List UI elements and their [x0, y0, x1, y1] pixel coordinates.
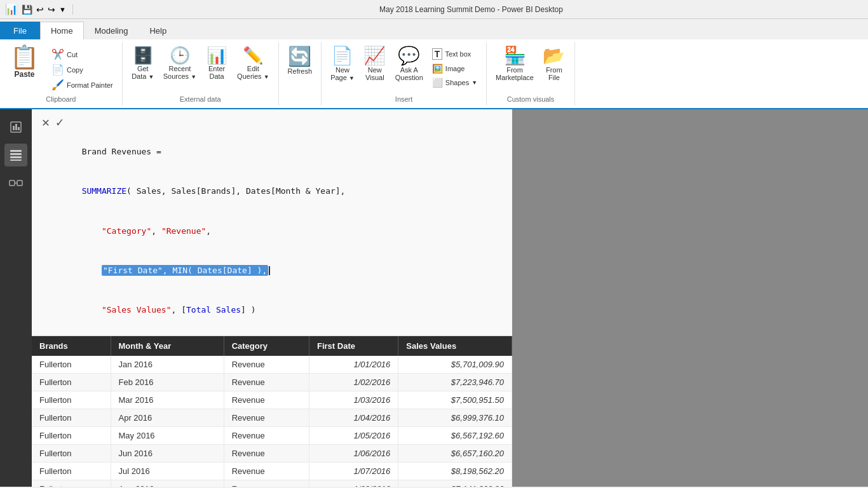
edit-queries-button[interactable]: ✏️ EditQueries ▼ [233, 44, 273, 83]
code-text-salesvalues: "Sales Values" [102, 305, 172, 315]
table-cell: 1/08/2016 [309, 480, 398, 487]
get-data-button[interactable]: 🗄️ GetData ▼ [128, 44, 158, 83]
table-cell: Aug 2016 [111, 480, 224, 487]
table-cell: $6,657,160.20 [398, 444, 512, 462]
formula-cancel-button[interactable]: ✕ [42, 114, 50, 130]
ribbon-group-custom-visuals: 🏪 FromMarketplace 📂 FromFile Custom visu… [487, 42, 575, 105]
enter-data-icon: 📊 [207, 47, 227, 64]
refresh-label: Refresh [288, 67, 313, 75]
tab-file[interactable]: File [0, 22, 40, 39]
from-marketplace-button[interactable]: 🏪 FromMarketplace [492, 44, 538, 84]
shapes-button[interactable]: ⬜ Shapes ▼ [428, 76, 481, 89]
code-line-5: "Sales Values", [Total Sales] ) [42, 291, 502, 330]
undo-icon[interactable]: ↩ [36, 4, 44, 15]
copy-label: Copy [67, 66, 83, 74]
new-page-button[interactable]: 📄 NewPage ▼ [327, 44, 358, 84]
insert-items: 📄 NewPage ▼ 📈 NewVisual 💬 Ask AQuestion … [327, 42, 481, 94]
image-icon: 🖼️ [432, 64, 443, 74]
table-cell: Mar 2016 [111, 391, 224, 409]
svg-rect-2 [15, 124, 17, 130]
refresh-button[interactable]: 🔄 Refresh [284, 44, 316, 78]
table-row: FullertonJun 2016Revenue1/06/2016$6,657,… [32, 444, 512, 462]
data-table: Brands Month & Year Category First Date … [32, 336, 512, 487]
tab-help[interactable]: Help [139, 22, 177, 39]
recent-sources-button[interactable]: 🕒 RecentSources ▼ [159, 44, 200, 83]
svg-rect-1 [13, 126, 15, 130]
ask-question-label: Ask AQuestion [395, 66, 423, 81]
shapes-dropdown-arrow: ▼ [471, 79, 477, 86]
table-cell: Revenue [224, 444, 309, 462]
formula-confirm-button[interactable]: ✓ [56, 114, 64, 130]
table-cell: Fullerton [32, 409, 111, 426]
ask-question-button[interactable]: 💬 Ask AQuestion [391, 44, 427, 84]
new-visual-label: NewVisual [365, 66, 384, 81]
svg-rect-9 [17, 180, 22, 186]
code-line-4: "First Date", MIN( Dates[Date] ), [42, 251, 502, 290]
table-cell: Revenue [224, 462, 309, 480]
tab-modeling[interactable]: Modeling [84, 22, 139, 39]
sidebar-icon-data[interactable] [4, 144, 27, 166]
shapes-label: Shapes [445, 79, 469, 86]
code-line-1: Brand Revenues = [42, 132, 502, 172]
redo-icon[interactable]: ↪ [48, 4, 55, 15]
shapes-icon: ⬜ [432, 78, 443, 88]
content-area: ✕ ✓ Brand Revenues = SUMMARIZE( Sales, S… [32, 109, 512, 487]
format-painter-icon: 🖌️ [51, 79, 64, 91]
table-cell: Fullerton [32, 444, 111, 462]
from-file-button[interactable]: 📂 FromFile [539, 44, 569, 84]
new-visual-button[interactable]: 📈 NewVisual [360, 44, 390, 84]
code-text-revenue: "Revenue" [161, 226, 206, 236]
code-text-brand: Brand Revenues = [82, 147, 161, 156]
table-cell: $7,500,951.50 [398, 391, 512, 409]
table-cell: Feb 2016 [111, 373, 224, 391]
tab-home[interactable]: Home [40, 22, 84, 39]
save-icon[interactable]: 💾 [22, 4, 32, 15]
edit-queries-icon: ✏️ [243, 47, 263, 64]
sidebar-icon-report[interactable] [4, 116, 27, 139]
table-cell: Apr 2016 [111, 409, 224, 426]
copy-icon: 📄 [51, 64, 64, 76]
table-cell: Fullerton [32, 391, 111, 409]
svg-rect-6 [10, 156, 22, 158]
sidebar-icon-relationships[interactable] [4, 172, 27, 194]
svg-rect-8 [10, 180, 15, 186]
clipboard-items: 📋 Paste ✂️ Cut 📄 Copy 🖌️ Format Painter [5, 42, 117, 94]
code-line-2: SUMMARIZE( Sales, Sales[Brands], Dates[M… [42, 172, 502, 211]
table-cell: Fullerton [32, 356, 111, 374]
ribbon-group-insert: 📄 NewPage ▼ 📈 NewVisual 💬 Ask AQuestion … [322, 42, 487, 105]
ribbon-tabs: File Home Modeling Help [0, 19, 868, 39]
enter-data-button[interactable]: 📊 EnterData [201, 44, 232, 83]
table-row: FullertonJan 2016Revenue1/01/2016$5,701,… [32, 356, 512, 374]
image-button[interactable]: 🖼️ Image [428, 62, 481, 75]
table-cell: Jun 2016 [111, 444, 224, 462]
sidebar [0, 109, 32, 487]
paste-icon: 📋 [10, 46, 39, 69]
get-data-icon: 🗄️ [133, 47, 153, 64]
app-icon: 📊 [5, 3, 18, 15]
table-row: FullertonFeb 2016Revenue1/02/2016$7,223,… [32, 373, 512, 391]
customize-icon[interactable]: ▼ [59, 6, 66, 13]
ask-question-icon: 💬 [398, 47, 420, 65]
table-cell: $8,198,562.20 [398, 462, 512, 480]
col-header-brands: Brands [32, 336, 111, 356]
text-box-button[interactable]: T Text box [428, 47, 481, 61]
external-data-items: 🗄️ GetData ▼ 🕒 RecentSources ▼ 📊 EnterDa… [128, 42, 273, 94]
text-box-icon: T [432, 48, 443, 60]
code-line-3: "Category", "Revenue", [42, 212, 502, 251]
edit-queries-label: EditQueries ▼ [237, 65, 269, 80]
copy-button[interactable]: 📄 Copy [48, 62, 117, 77]
col-header-month-year: Month & Year [111, 336, 224, 356]
svg-rect-4 [10, 150, 22, 152]
paste-button[interactable]: 📋 Paste [5, 44, 44, 80]
format-painter-button[interactable]: 🖌️ Format Painter [48, 78, 117, 92]
table-cell: $7,141,308.90 [398, 480, 512, 487]
external-data-group-label: External data [180, 94, 221, 105]
custom-visuals-group-label: Custom visuals [507, 94, 555, 105]
recent-sources-label: RecentSources ▼ [163, 65, 196, 80]
clipboard-group-label: Clipboard [46, 94, 76, 105]
table-row: FullertonMar 2016Revenue1/03/2016$7,500,… [32, 391, 512, 409]
code-highlight-firstdate: "First Date", MIN( Dates[Date] ), [102, 265, 268, 276]
cut-label: Cut [67, 51, 78, 58]
cut-button[interactable]: ✂️ Cut [48, 47, 117, 62]
table-cell: Fullerton [32, 462, 111, 480]
